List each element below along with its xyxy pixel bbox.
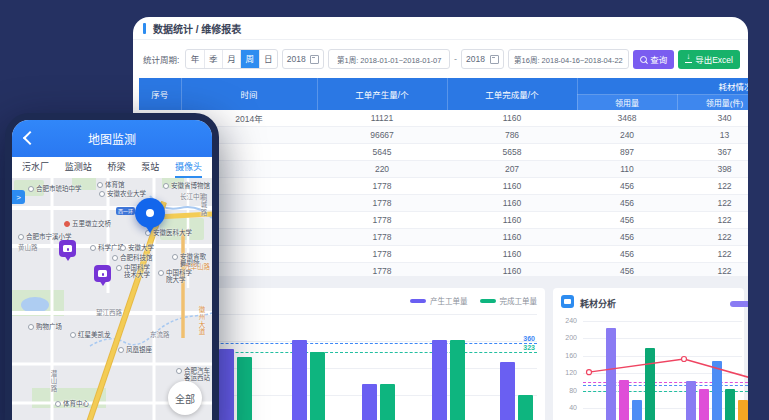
end-week-input[interactable]: 第16周: 2018-04-16~2018-04-22 [508,49,630,69]
period-segment: 年季月周日 [185,49,277,69]
export-excel-button[interactable]: 导出Excel [678,50,740,69]
bar [219,349,234,420]
column-header: 工单完成量/个 [447,78,577,110]
search-button-label: 查询 [650,53,667,65]
table-row: 177811604561227967 [139,212,748,229]
table-cell: 1778 [317,229,447,246]
column-header: 工单产生量/个 [317,78,447,110]
phone-tab[interactable]: 泵站 [141,157,159,178]
download-icon [685,55,692,63]
map-label: 科学广场 [90,244,124,251]
table-cell: 1160 [447,195,577,212]
period-option[interactable]: 年 [186,50,204,68]
camera-marker[interactable] [59,240,76,257]
phone-tab[interactable]: 监测站 [65,157,92,178]
phone-page-title: 地图监测 [88,130,136,147]
map-label: 中国科学 技术大学 [116,264,150,278]
table-cell: 897 [577,144,677,161]
bar [450,340,465,420]
phone-tab[interactable]: 污水厂 [22,157,49,178]
map-all-button[interactable]: 全部 [168,381,202,415]
y-tick-label: 240 [555,317,577,324]
range-separator: - [454,54,457,64]
map-label: 东流路 [150,331,170,338]
period-label: 统计周期: [143,53,179,65]
map-expander-button[interactable]: > [12,190,25,204]
bar [362,384,377,420]
end-year-select[interactable]: 2018 [461,49,504,69]
map-label: 九华山路 [184,263,210,270]
period-option[interactable]: 日 [260,50,277,68]
table-cell: 13 [677,127,748,144]
table-cell: 456 [577,246,677,263]
table-cell: 122 [677,246,748,263]
phone-tab[interactable]: 桥梁 [107,157,125,178]
sub-column-header: 领用量(件) [677,95,748,111]
table-cell: 1778 [317,195,447,212]
table-row: 177811604561227967 [139,246,748,263]
map-label: 桐城路 [200,194,207,217]
phone-header: 地图监测 [12,120,212,157]
table-row: 12014年111211160346834070250 [139,110,748,127]
table-cell: 122 [677,229,748,246]
table-cell: 5658 [447,144,577,161]
selected-camera-pin[interactable] [135,198,165,228]
bar [632,400,642,420]
period-option[interactable]: 季 [205,50,223,68]
table-cell: 122 [677,178,748,195]
table-cell: 456 [577,178,677,195]
table-cell: 456 [577,229,677,246]
bar [712,361,722,420]
legend-item: 完成工单量 [480,295,538,306]
table-cell: 1160 [447,110,577,127]
chart-legend: 产生工单量完成工单量 [410,295,537,306]
y-tick-label: 160 [555,352,577,359]
y-tick-label: 80 [555,387,577,394]
phone-mockup: 地图监测 污水厂监测站桥梁泵站摄像头 [5,113,219,420]
bar [619,380,629,420]
table-cell: 1160 [447,178,577,195]
table-row: 177811604561227967 [139,195,748,212]
period-option[interactable]: 周 [241,50,259,68]
table-cell: 398 [677,161,748,178]
table-cell: 220 [317,161,447,178]
table-cell: 456 [577,212,677,229]
start-year-select[interactable]: 2018 [282,49,325,69]
bar [432,340,447,420]
start-week-input[interactable]: 第1周: 2018-01-01~2018-01-07 [328,49,450,69]
breadcrumb: 数据统计 / 维修报表 [153,21,241,36]
phone-tab[interactable]: 摄像头 [175,157,202,178]
breadcrumb-bar: 数据统计 / 维修报表 [133,17,748,40]
sub-column-header: 领用量 [577,95,677,111]
table-cell: 1778 [317,178,447,195]
map-label: 体育中心 [55,400,89,407]
map-label: 黄山路 [18,244,38,251]
bar [686,381,696,420]
search-button[interactable]: 查询 [633,50,674,69]
table-cell: 3468 [577,110,677,127]
ref-line-label: 323 [523,344,535,351]
start-year-value: 2018 [287,54,306,64]
map-label: 红星美凯龙 [70,331,111,338]
back-icon[interactable] [23,131,37,145]
calendar-icon [310,55,319,64]
table-cell: 456 [577,195,677,212]
bar [645,348,655,420]
map-view[interactable]: > 西一环 全部 合肥市琥珀中学体育馆安徽农业大学安徽省博物馆长江中路五里墩立交… [12,178,212,420]
bar [606,328,616,420]
legend-swatch-clipped [730,301,748,307]
table-cell: 1160 [447,229,577,246]
map-label: 徽州大道 [198,306,205,336]
chart-icon [561,295,574,308]
table-cell: 1160 [447,212,577,229]
camera-marker[interactable] [94,265,111,282]
map-label: 合肥市琥珀中学 [28,185,82,192]
table-cell: 340 [677,110,748,127]
bar [237,357,252,420]
bar [310,352,325,420]
table-cell: 5645 [317,144,447,161]
map-label: 潜山路 [50,370,57,393]
bar [725,389,735,420]
calendar-icon [490,55,499,64]
period-option[interactable]: 月 [223,50,241,68]
